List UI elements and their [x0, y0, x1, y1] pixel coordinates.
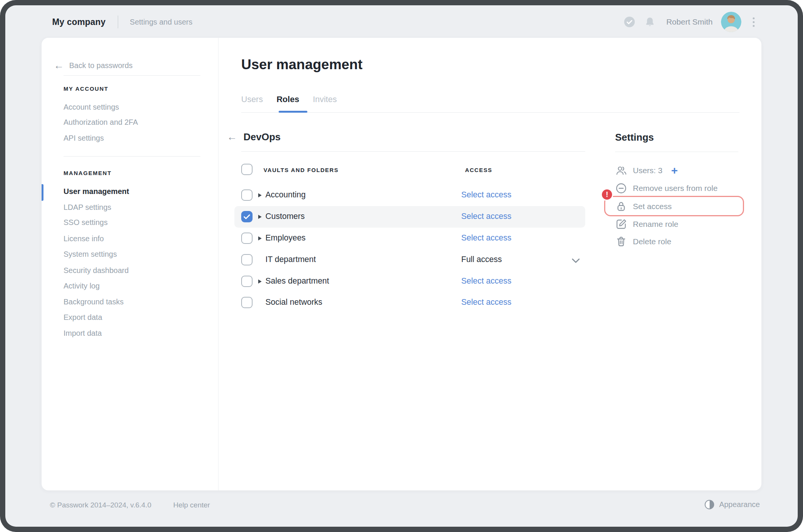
sidebar-item-security-dashboard[interactable]: Security dashboard — [64, 266, 129, 275]
settings-item-users[interactable]: Users: 3 + — [615, 164, 678, 177]
vault-name: Social networks — [265, 298, 322, 307]
app-window: My company Settings and users Robert Smi… — [0, 0, 803, 532]
tab-users[interactable]: Users — [241, 95, 263, 104]
settings-divider — [615, 152, 738, 152]
screenshot-stage: My company Settings and users Robert Smi… — [0, 0, 803, 532]
remove-users-label: Remove users from role — [633, 184, 718, 193]
back-label: Back to passwords — [69, 61, 133, 70]
sidebar-divider — [218, 38, 219, 490]
alert-badge-icon: ! — [601, 188, 613, 201]
sidebar-item-license-info[interactable]: License info — [64, 234, 104, 243]
breadcrumb: Settings and users — [130, 18, 192, 26]
select-access-link[interactable]: Select access — [461, 212, 512, 221]
access-dropdown-value[interactable]: Full access — [461, 255, 502, 264]
appearance-toggle[interactable]: Appearance — [705, 500, 760, 509]
sidebar-item-account-settings[interactable]: Account settings — [64, 103, 119, 112]
table-row-social-networks[interactable]: Social networks Select access — [234, 292, 585, 313]
sidebar-section-title-my-account: MY ACCOUNT — [64, 85, 109, 92]
row-checkbox[interactable] — [241, 189, 253, 201]
table-header: VAULTS AND FOLDERS ACCESS — [234, 159, 585, 180]
settings-panel-title: Settings — [615, 132, 654, 143]
sidebar-section-title-management: MANAGEMENT — [64, 170, 112, 176]
back-to-passwords-link[interactable]: ← Back to passwords — [54, 60, 133, 71]
topbar-right: Robert Smith — [624, 12, 756, 32]
column-header-access: ACCESS — [465, 167, 492, 173]
sidebar-item-system-settings[interactable]: System settings — [64, 250, 117, 259]
select-all-checkbox[interactable] — [241, 164, 253, 175]
users-count-label: Users: 3 — [633, 166, 662, 175]
rename-role-label: Rename role — [633, 220, 678, 229]
topbar: My company Settings and users Robert Smi… — [5, 5, 798, 39]
edit-icon — [615, 218, 627, 230]
tab-invites[interactable]: Invites — [313, 95, 337, 104]
settings-item-rename-role[interactable]: Rename role — [615, 218, 678, 230]
footer: © Passwork 2014–2024, v.6.4.0 Help cente… — [50, 501, 210, 509]
row-checkbox[interactable] — [241, 297, 253, 308]
expand-triangle-icon[interactable] — [258, 279, 262, 284]
sidebar-item-import-data[interactable]: Import data — [64, 329, 102, 338]
sidebar-item-sso-settings[interactable]: SSO settings — [64, 218, 108, 227]
vault-name: Employees — [265, 233, 305, 243]
sidebar-item-api-settings[interactable]: API settings — [64, 134, 104, 143]
select-access-link[interactable]: Select access — [461, 190, 512, 200]
sidebar-item-ldap-settings[interactable]: LDAP settings — [64, 203, 111, 212]
row-checkbox[interactable] — [241, 233, 253, 244]
copyright-text: © Passwork 2014–2024, v.6.4.0 — [50, 501, 151, 509]
vault-name: Sales department — [265, 276, 329, 286]
table-row-customers[interactable]: Customers Select access — [234, 206, 585, 228]
check-circle-icon[interactable] — [624, 16, 635, 28]
settings-item-remove-users[interactable]: Remove users from role — [615, 182, 718, 194]
tab-roles[interactable]: Roles — [276, 95, 299, 104]
company-name: My company — [52, 17, 105, 27]
sidebar-section-divider — [64, 75, 200, 76]
set-access-label: Set access — [633, 202, 672, 211]
avatar-image — [721, 12, 741, 32]
tabs-divider — [241, 112, 739, 113]
select-access-link[interactable]: Select access — [461, 233, 512, 243]
back-arrow-icon: ← — [54, 60, 64, 71]
help-center-link[interactable]: Help center — [173, 501, 210, 509]
trash-icon — [615, 236, 627, 248]
sidebar-item-authorization-2fa[interactable]: Authorization and 2FA — [64, 118, 138, 127]
vault-name: Customers — [265, 212, 305, 221]
row-checkbox-checked[interactable] — [241, 211, 253, 222]
sidebar-item-export-data[interactable]: Export data — [64, 313, 102, 322]
table-row-accounting[interactable]: Accounting Select access — [234, 185, 585, 206]
expand-triangle-icon[interactable] — [258, 193, 262, 198]
topbar-divider — [118, 16, 118, 28]
check-icon — [243, 214, 250, 219]
add-user-plus-icon[interactable]: + — [671, 166, 678, 175]
column-header-vaults: VAULTS AND FOLDERS — [264, 167, 339, 173]
settings-item-delete-role[interactable]: Delete role — [615, 236, 671, 248]
table-row-sales-department[interactable]: Sales department Select access — [234, 271, 585, 292]
select-access-link[interactable]: Select access — [461, 298, 512, 307]
sidebar-item-background-tasks[interactable]: Background tasks — [64, 298, 124, 306]
table-row-employees[interactable]: Employees Select access — [234, 228, 585, 249]
select-access-link[interactable]: Select access — [461, 276, 512, 286]
delete-role-label: Delete role — [633, 237, 671, 246]
kebab-menu-icon[interactable] — [751, 16, 756, 28]
content-card: ← Back to passwords MY ACCOUNT Account s… — [42, 38, 761, 490]
tabs: Users Roles Invites — [241, 95, 337, 104]
settings-item-set-access[interactable]: Set access — [615, 200, 672, 212]
chevron-down-icon[interactable] — [572, 258, 580, 263]
role-back-arrow-icon[interactable]: ← — [227, 132, 237, 142]
row-checkbox[interactable] — [241, 254, 253, 265]
sidebar-item-activity-log[interactable]: Activity log — [64, 282, 100, 290]
expand-triangle-icon[interactable] — [258, 236, 262, 241]
role-name: DevOps — [243, 131, 281, 143]
active-item-indicator — [42, 184, 43, 201]
sidebar-item-user-management[interactable]: User management — [64, 187, 129, 196]
row-checkbox[interactable] — [241, 276, 253, 287]
minus-circle-icon — [615, 182, 627, 194]
active-tab-underline — [279, 111, 307, 113]
user-name[interactable]: Robert Smith — [666, 17, 713, 26]
avatar[interactable] — [721, 12, 741, 32]
table-row-it-department[interactable]: IT department Full access — [234, 249, 585, 271]
users-icon — [615, 164, 627, 177]
expand-triangle-icon[interactable] — [258, 214, 262, 219]
role-header: ← DevOps — [227, 131, 281, 143]
page-title: User management — [241, 57, 363, 73]
bell-icon[interactable] — [644, 16, 656, 28]
role-divider — [241, 151, 585, 152]
